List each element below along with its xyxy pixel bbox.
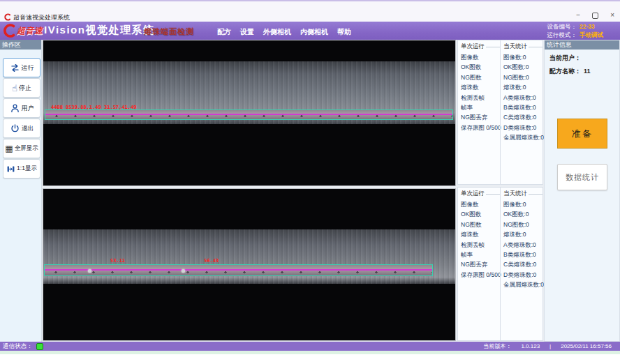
recipe-name-value: 11 — [584, 68, 591, 75]
stat-row: 帧率 — [461, 103, 500, 112]
one-to-one-button-label: 1:1显示 — [17, 165, 37, 173]
stat-row: 检测丢帧 — [461, 93, 500, 103]
stat-row: 熔珠数 — [461, 229, 500, 239]
menu-item-settings[interactable]: 设置 — [240, 27, 254, 37]
info-panel: 统计信息 当前用户： 配方名称：11 准备 数据统计 — [544, 40, 620, 342]
stat-row: 图像数 — [461, 52, 500, 62]
comm-status-green-indicator — [36, 343, 43, 350]
single-run-title: 单次运行 — [461, 43, 485, 51]
device-number-value: 22-33 — [580, 22, 614, 31]
titlebar[interactable]: 超音速视觉处理系统 − × — [0, 1, 620, 22]
stat-row: OK图数:0 — [503, 209, 542, 219]
operation-sidebar: 操作区 运行 ☝ 停止 用户 — [0, 40, 42, 342]
menu-bar: 配方 设置 外侧相机 内侧相机 帮助 — [217, 27, 351, 37]
version-value: 1.0.123 — [521, 343, 540, 349]
window-controls: − × — [576, 12, 614, 19]
menu-item-outer-camera[interactable]: 外侧相机 — [263, 27, 291, 37]
close-button[interactable]: × — [610, 12, 614, 19]
stats-panel-outer: 单次运行 图像数 OK图数 NG图数 熔珠数 检测丢帧 帧率 NG图丢弃 保存原… — [457, 40, 543, 185]
one-to-one-icon — [6, 165, 15, 174]
power-icon — [10, 123, 20, 134]
prepare-button[interactable]: 准备 — [557, 119, 607, 149]
dither-square-icon: ▦ — [5, 144, 13, 153]
app-icon — [3, 13, 11, 21]
menu-item-inner-camera[interactable]: 内侧相机 — [300, 27, 328, 37]
stat-row: 金属屑熔珠数:0 — [503, 280, 542, 289]
header-info: 设备编号： 22-33 运行模式： 手动调试 — [547, 22, 615, 39]
recipe-name-label: 配方名称： — [549, 68, 581, 75]
restore-button[interactable] — [592, 13, 598, 19]
logo-swoosh-icon — [2, 23, 16, 38]
info-panel-title: 统计信息 — [545, 40, 619, 50]
stat-row: 熔珠数:0 — [503, 229, 542, 239]
stat-row: C类熔珠数:0 — [503, 259, 542, 269]
device-number-label: 设备编号： — [547, 22, 577, 31]
app-subtitle: 熔珠端面检测 — [144, 26, 194, 37]
camera-viewport-outer: 4408 8539.88,1.49 31.57,41.49 — [43, 40, 456, 186]
sidebar-title: 操作区 — [0, 40, 41, 50]
today-stats-title: 当天统计 — [503, 190, 527, 198]
stop-button-label: 停止 — [19, 84, 31, 93]
minimize-button[interactable]: − — [576, 12, 580, 19]
stat-row: D类熔珠数:0 — [503, 270, 542, 280]
stat-row: NG图数 — [461, 220, 500, 229]
version-label: 当前版本： — [483, 342, 511, 350]
measurement-annotation: 4408 8539.88,1.49 — [51, 105, 101, 110]
weld-beads — [48, 114, 452, 119]
fullscreen-button[interactable]: ▦ 全屏显示 — [3, 139, 40, 158]
bead-highlight — [182, 269, 185, 273]
stat-row: A类熔珠数:0 — [503, 240, 542, 250]
today-stats-column: 当天统计 图像数:0 OK图数:0 NG图数:0 熔珠数:0 A类熔珠数:0 B… — [500, 188, 542, 340]
comm-status: 通信状态： — [3, 342, 43, 351]
single-run-column: 单次运行 图像数 OK图数 NG图数 熔珠数 检测丢帧 帧率 NG图丢弃 保存原… — [458, 40, 500, 184]
stat-row: 图像数 — [461, 199, 500, 209]
stat-row: 检测丢帧 — [461, 240, 500, 250]
camera-viewport-inner: 53.11 56.43 — [43, 188, 456, 341]
stat-row: OK图数:0 — [503, 62, 542, 72]
user-button-label: 用户 — [22, 104, 34, 113]
bead-highlight — [88, 269, 91, 273]
hand-stop-icon: ☝ — [12, 84, 17, 93]
today-stats-title: 当天统计 — [503, 43, 527, 51]
user-button[interactable]: 用户 — [3, 98, 40, 118]
main-area: 操作区 运行 ☝ 停止 用户 — [0, 40, 620, 342]
run-mode-label: 运行模式： — [547, 31, 577, 39]
cycle-arrows-icon — [10, 63, 20, 73]
current-user-label: 当前用户： — [549, 54, 581, 61]
status-bar: 通信状态： 当前版本： 1.0.123 | 2025/02/11 16:57:5… — [0, 342, 620, 351]
brand-logo: 超音速 — [2, 23, 43, 38]
stat-row: NG图数:0 — [503, 220, 542, 229]
separator: | — [549, 343, 551, 349]
one-to-one-button[interactable]: 1:1显示 — [3, 159, 40, 179]
single-run-column: 单次运行 图像数 OK图数 NG图数 熔珠数 检测丢帧 帧率 NG图丢弃 保存原… — [458, 188, 500, 340]
menu-item-recipe[interactable]: 配方 — [217, 27, 231, 37]
stat-row: 熔珠数:0 — [503, 82, 542, 92]
measurement-annotation: 56.43 — [204, 258, 219, 264]
measurement-annotation: 53.11 — [110, 258, 125, 264]
measurement-annotation: 31.57,41.49 — [104, 105, 136, 110]
comm-status-label: 通信状态： — [3, 342, 33, 351]
stat-row: NG图丢弃 — [461, 112, 500, 122]
fullscreen-button-label: 全屏显示 — [15, 144, 38, 153]
stat-row: D类熔珠数:0 — [503, 123, 542, 132]
today-stats-column: 当天统计 图像数:0 OK图数:0 NG图数:0 熔珠数:0 A类熔珠数:0 B… — [500, 40, 542, 184]
brand-name: 超音速 — [17, 25, 43, 37]
run-button-label: 运行 — [22, 63, 34, 73]
version-info: 当前版本： 1.0.123 | 2025/02/11 16:57:56 — [483, 342, 612, 351]
detection-roi-rect — [44, 264, 433, 276]
app-window: 超音速视觉处理系统 − × 超音速 IVision视觉处理系统 熔珠端面检测 配… — [0, 0, 620, 364]
stat-row: 熔珠数 — [461, 82, 500, 92]
run-button[interactable]: 运行 — [3, 58, 40, 77]
stat-row: OK图数 — [461, 62, 500, 72]
exit-button[interactable]: 退出 — [3, 119, 40, 138]
stat-row: 保存原图 0/500 — [461, 270, 500, 280]
desktop-strip — [0, 351, 620, 354]
stop-button[interactable]: ☝ 停止 — [3, 78, 40, 98]
run-mode-value: 手动调试 — [580, 31, 614, 39]
menu-item-help[interactable]: 帮助 — [337, 27, 351, 37]
stats-panel-inner: 单次运行 图像数 OK图数 NG图数 熔珠数 检测丢帧 帧率 NG图丢弃 保存原… — [457, 187, 543, 341]
stat-row: NG图丢弃 — [461, 259, 500, 269]
data-statistics-button[interactable]: 数据统计 — [557, 164, 607, 190]
stat-row: B类熔珠数:0 — [503, 103, 542, 112]
header-bar: 超音速 IVision视觉处理系统 熔珠端面检测 配方 设置 外侧相机 内侧相机… — [0, 22, 620, 40]
